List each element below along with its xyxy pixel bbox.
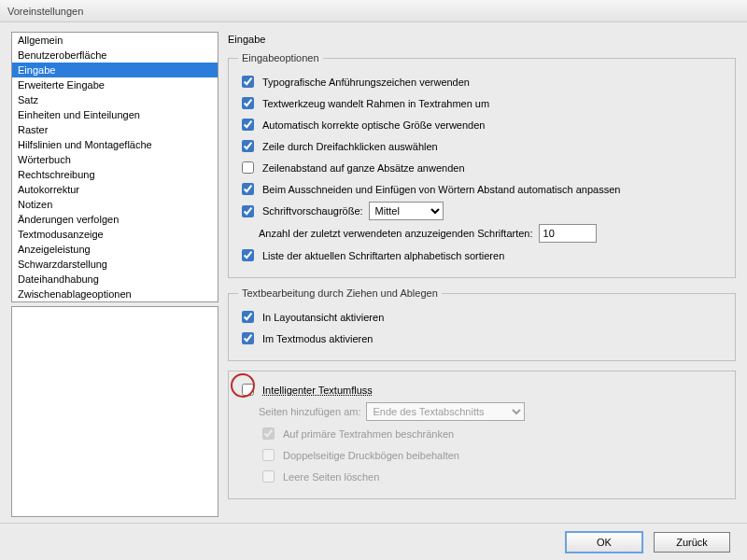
back-button[interactable]: Zurück	[654, 532, 730, 553]
category-list: AllgemeinBenutzeroberflächeEingabeErweit…	[11, 32, 218, 302]
sidebar-item[interactable]: Satz	[12, 92, 218, 107]
label-triple-click[interactable]: Zeile durch Dreifachklicken auswählen	[262, 141, 438, 152]
checkbox-triple-click[interactable]	[242, 140, 254, 152]
sidebar-item[interactable]: Einheiten und Einteilungen	[12, 107, 218, 122]
fieldset-smart-reflow: Intelligenter Textumfluss Seiten hinzufü…	[228, 371, 736, 499]
label-text-tool-convert[interactable]: Textwerkzeug wandelt Rahmen in Textrahme…	[262, 98, 489, 109]
checkbox-sort-fonts[interactable]	[242, 249, 254, 261]
legend-drag-drop: Textbearbeitung durch Ziehen und Ablegen	[238, 287, 442, 299]
sidebar-item[interactable]: Änderungen verfolgen	[12, 212, 218, 227]
checkbox-preserve-spreads	[262, 449, 275, 461]
label-font-preview[interactable]: Schriftvorschaugröße:	[262, 205, 363, 217]
label-delete-empty: Leere Seiten löschen	[283, 471, 379, 483]
fieldset-drag-drop: Textbearbeitung durch Ziehen und Ablegen…	[228, 287, 736, 361]
checkbox-auto-optical-size[interactable]	[242, 119, 254, 131]
checkbox-cut-paste-spacing[interactable]	[242, 183, 254, 195]
label-auto-optical-size[interactable]: Automatisch korrekte optische Größe verw…	[262, 119, 485, 131]
label-cut-paste-spacing[interactable]: Beim Ausschneiden und Einfügen von Wörte…	[262, 184, 620, 195]
sidebar-item[interactable]: Dateihandhabung	[12, 272, 218, 287]
label-recent-fonts: Anzahl der zuletzt verwendeten anzuzeige…	[259, 228, 533, 239]
checkbox-delete-empty	[262, 470, 275, 483]
legend-input-options: Eingabeoptionen	[238, 52, 323, 63]
window-title: Voreinstellungen	[0, 0, 747, 22]
sidebar-item[interactable]: Textmodusanzeige	[12, 227, 218, 242]
combo-add-pages: Ende des Textabschnitts	[366, 402, 525, 421]
checkbox-layout-view[interactable]	[242, 311, 254, 323]
sidebar-item[interactable]: Hilfslinien und Montagefläche	[12, 137, 218, 152]
page-title: Eingabe	[228, 32, 736, 52]
checkbox-text-tool-convert[interactable]	[242, 97, 254, 109]
label-preserve-spreads: Doppelseitige Druckbögen beibehalten	[283, 450, 459, 461]
sidebar-item[interactable]: Schwarzdarstellung	[12, 257, 218, 272]
sidebar-item[interactable]: Erweiterte Eingabe	[12, 77, 218, 92]
label-typographic-quotes[interactable]: Typografische Anführungszeichen verwende…	[262, 77, 470, 88]
label-layout-view[interactable]: In Layoutansicht aktivieren	[262, 312, 384, 323]
combo-font-preview-size[interactable]: Mittel	[369, 202, 444, 220]
checkbox-typographic-quotes[interactable]	[242, 76, 254, 88]
sidebar-item[interactable]: Allgemein	[12, 33, 218, 48]
checkbox-leading-paragraph[interactable]	[242, 161, 254, 174]
sidebar-item[interactable]: Notizen	[12, 197, 218, 212]
sidebar-item[interactable]: Raster	[12, 122, 218, 137]
fieldset-input-options: Eingabeoptionen Typografische Anführungs…	[228, 52, 736, 278]
ok-button[interactable]: OK	[566, 532, 642, 553]
checkbox-smart-reflow[interactable]	[242, 384, 254, 396]
sidebar-item[interactable]: Anzeigeleistung	[12, 242, 218, 257]
sidebar-item[interactable]: Wörterbuch	[12, 152, 218, 167]
sidebar-item[interactable]: Zwischenablageoptionen	[12, 287, 218, 301]
label-add-pages: Seiten hinzufügen am:	[259, 406, 360, 417]
label-primary-frames: Auf primäre Textrahmen beschränken	[283, 428, 454, 440]
input-recent-fonts[interactable]	[539, 224, 597, 243]
label-leading-paragraph[interactable]: Zeilenabstand auf ganze Absätze anwenden	[262, 162, 465, 174]
sidebar-item[interactable]: Benutzeroberfläche	[12, 48, 218, 63]
checkbox-story-editor[interactable]	[242, 332, 254, 344]
sidebar-item[interactable]: Rechtschreibung	[12, 167, 218, 182]
sidebar-item[interactable]: Autokorrektur	[12, 182, 218, 197]
sidebar-item[interactable]: Eingabe	[12, 63, 218, 77]
description-area	[11, 306, 218, 517]
checkbox-primary-frames	[262, 427, 275, 440]
label-story-editor[interactable]: Im Textmodus aktivieren	[262, 333, 373, 344]
label-sort-fonts[interactable]: Liste der aktuellen Schriftarten alphabe…	[262, 250, 504, 261]
label-smart-reflow[interactable]: Intelligenter Textumfluss	[262, 385, 373, 396]
checkbox-font-preview[interactable]	[242, 205, 254, 217]
